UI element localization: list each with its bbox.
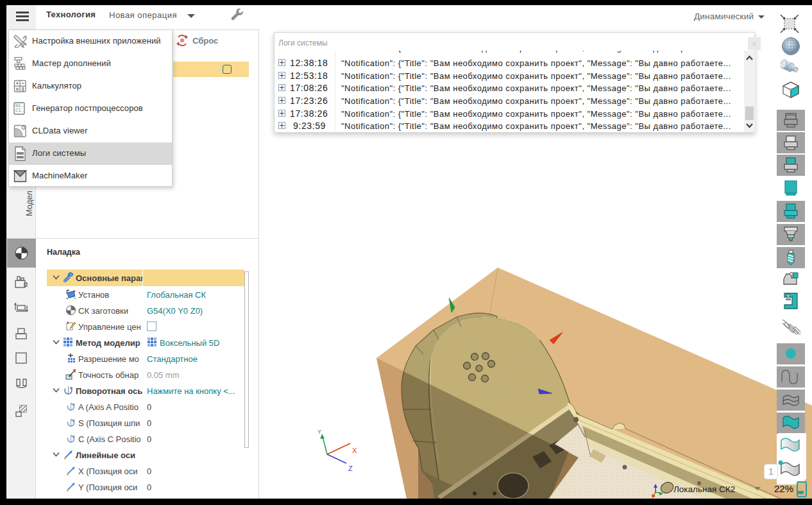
svg-text:N1...: N1... [15,103,24,108]
svg-text:Y: Y [317,429,321,435]
svg-text:X: X [352,447,357,454]
svg-text:Z: Z [348,465,353,472]
svg-text:C1...: C1... [15,108,24,112]
